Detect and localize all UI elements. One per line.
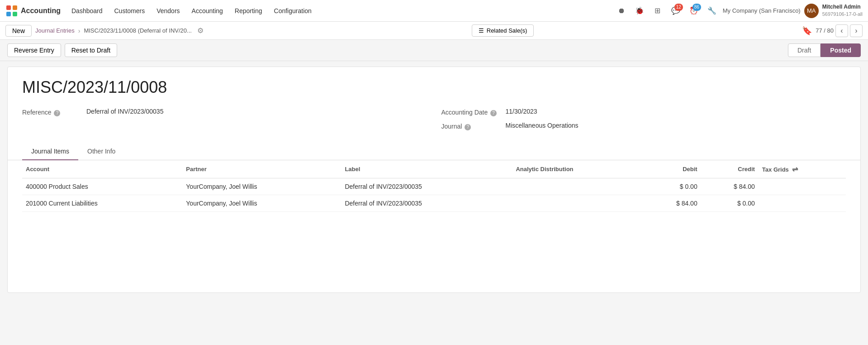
col-debit: Debit	[644, 160, 701, 178]
company-info: My Company (San Francisco)	[723, 7, 801, 14]
reference-field: Reference ? Deferral of INV/2023/00035	[22, 108, 427, 116]
tab-journal-items[interactable]: Journal Items	[22, 143, 78, 160]
journal-items-table: Account Partner Label Analytic Distribut…	[22, 160, 846, 212]
breadcrumb-current: MISC/2023/11/0008 (Deferral of INV/20...	[84, 27, 191, 34]
avatar[interactable]: MA	[804, 4, 819, 18]
user-id: 56979106-17-0-all	[822, 11, 863, 18]
col-partner: Partner	[182, 160, 341, 178]
cell-analytic-2	[512, 195, 643, 212]
journal-value: Miscellaneous Operations	[506, 122, 579, 129]
col-analytic: Analytic Distribution	[512, 160, 643, 178]
avatar-initials: MA	[807, 7, 816, 14]
accounting-date-value: 11/30/2023	[506, 108, 537, 115]
record-navigation: 77 / 80 ‹ ›	[816, 24, 863, 37]
cell-account-1: 400000 Product Sales	[22, 178, 182, 195]
reverse-entry-button[interactable]: Reverse Entry	[7, 43, 61, 57]
cell-partner-1: YourCompany, Joel Willis	[182, 178, 341, 195]
journal-label: Journal ?	[441, 122, 500, 130]
reference-value: Deferral of INV/2023/00035	[86, 108, 163, 115]
form-title: MISC/2023/11/0008	[22, 78, 846, 97]
top-navigation: Accounting Dashboard Customers Vendors A…	[0, 0, 868, 22]
record-position: 77 / 80	[816, 27, 834, 34]
status-posted-button[interactable]: Posted	[821, 43, 861, 57]
reference-label: Reference ?	[22, 108, 81, 116]
cell-taxgrids-1	[759, 178, 846, 195]
form-left: Reference ? Deferral of INV/2023/00035	[22, 108, 427, 136]
breadcrumb-separator: ›	[78, 27, 81, 34]
form-right: Accounting Date ? 11/30/2023 Journal ? M…	[441, 108, 846, 136]
main-menu: Dashboard Customers Vendors Accounting R…	[66, 5, 612, 17]
record-button[interactable]: ⏺	[614, 4, 629, 18]
col-credit: Credit	[701, 160, 759, 178]
journal-help[interactable]: ?	[465, 124, 471, 130]
related-sales-button[interactable]: ☰ Related Sale(s)	[472, 24, 534, 37]
related-sales-label: Related Sale(s)	[487, 27, 527, 34]
topnav-right: ⏺ 🐞 ⊞ 💬12 ⏰86 🔧 My Company (San Francisc…	[614, 3, 863, 18]
cell-label-2: Deferral of INV/2023/00035	[341, 195, 512, 212]
app-logo[interactable]: Accounting	[5, 5, 61, 17]
wrench-button[interactable]: 🔧	[705, 4, 719, 18]
table-row: 400000 Product Sales YourCompany, Joel W…	[22, 178, 846, 195]
next-record-button[interactable]: ›	[850, 24, 863, 37]
company-name: My Company (San Francisco)	[723, 7, 801, 14]
breadcrumb-bar: New Journal Entries › MISC/2023/11/0008 …	[0, 22, 868, 40]
cell-analytic-1	[512, 178, 643, 195]
tab-other-info[interactable]: Other Info	[78, 143, 124, 160]
table-section: Account Partner Label Analytic Distribut…	[8, 160, 860, 223]
form-header: MISC/2023/11/0008 Reference ? Deferral o…	[8, 67, 860, 143]
bookmark-icon[interactable]: 🔖	[802, 26, 812, 36]
reset-to-draft-button[interactable]: Reset to Draft	[65, 43, 117, 57]
action-bar: Reverse Entry Reset to Draft Draft Poste…	[0, 40, 868, 61]
bug-button[interactable]: 🐞	[632, 4, 647, 18]
cell-credit-1: $ 84.00	[701, 178, 759, 195]
menu-dashboard[interactable]: Dashboard	[66, 5, 108, 17]
status-draft-button[interactable]: Draft	[788, 43, 821, 57]
menu-vendors[interactable]: Vendors	[151, 5, 185, 17]
svg-rect-1	[13, 5, 17, 10]
menu-reporting[interactable]: Reporting	[229, 5, 268, 17]
cell-label-1: Deferral of INV/2023/00035	[341, 178, 512, 195]
menu-customers[interactable]: Customers	[109, 5, 151, 17]
breadcrumb-parent[interactable]: Journal Entries	[35, 27, 75, 34]
col-account: Account	[22, 160, 182, 178]
cell-taxgrids-2	[759, 195, 846, 212]
col-tax-grids: Tax Grids ⇌	[759, 160, 846, 178]
user-name: Mitchell Admin	[822, 3, 863, 11]
logo-icon	[5, 5, 18, 17]
hamburger-icon: ☰	[479, 27, 484, 34]
chat-badge: 12	[674, 4, 683, 11]
column-settings-icon[interactable]: ⇌	[792, 165, 798, 173]
form-fields: Reference ? Deferral of INV/2023/00035 A…	[22, 108, 846, 136]
chat-button[interactable]: 💬12	[669, 4, 683, 18]
prev-record-button[interactable]: ‹	[835, 24, 848, 37]
menu-configuration[interactable]: Configuration	[269, 5, 317, 17]
clock-badge: 86	[693, 4, 701, 11]
accounting-date-help[interactable]: ?	[490, 110, 497, 116]
grid-button[interactable]: ⊞	[650, 4, 665, 18]
svg-rect-2	[6, 12, 11, 16]
cell-credit-2: $ 0.00	[701, 195, 759, 212]
table-header-row: Account Partner Label Analytic Distribut…	[22, 160, 846, 178]
cell-debit-1: $ 0.00	[644, 178, 701, 195]
breadcrumb-center: ☰ Related Sale(s)	[207, 24, 798, 37]
cell-partner-2: YourCompany, Joel Willis	[182, 195, 341, 212]
menu-accounting[interactable]: Accounting	[186, 5, 228, 17]
status-buttons: Draft Posted	[788, 43, 861, 57]
tabs: Journal Items Other Info	[8, 143, 860, 160]
breadcrumb-right: 🔖 77 / 80 ‹ ›	[802, 24, 863, 37]
cell-debit-2: $ 84.00	[644, 195, 701, 212]
main-content: MISC/2023/11/0008 Reference ? Deferral o…	[7, 67, 861, 293]
accounting-date-label: Accounting Date ?	[441, 108, 500, 116]
svg-rect-3	[13, 12, 17, 16]
clock-button[interactable]: ⏰86	[687, 4, 701, 18]
cell-account-2: 201000 Current Liabilities	[22, 195, 182, 212]
svg-rect-0	[6, 5, 11, 10]
settings-icon[interactable]: ⚙	[197, 26, 204, 35]
reference-help[interactable]: ?	[54, 110, 60, 116]
journal-field: Journal ? Miscellaneous Operations	[441, 122, 846, 130]
new-button[interactable]: New	[5, 25, 32, 37]
user-info: Mitchell Admin 56979106-17-0-all	[822, 3, 863, 18]
app-brand: Accounting	[21, 7, 61, 15]
table-row: 201000 Current Liabilities YourCompany, …	[22, 195, 846, 212]
accounting-date-field: Accounting Date ? 11/30/2023	[441, 108, 846, 116]
